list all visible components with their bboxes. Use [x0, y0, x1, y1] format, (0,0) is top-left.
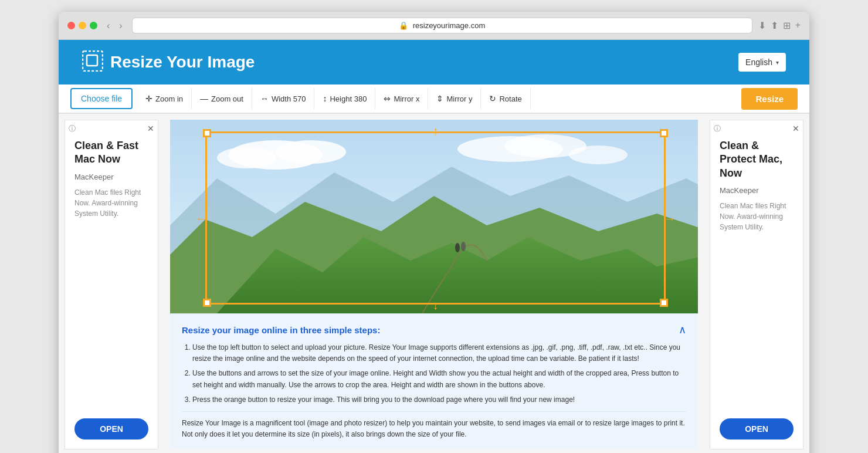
site-header: Resize Your Image English ▾ — [59, 40, 809, 84]
close-dot[interactable] — [67, 22, 75, 29]
image-container: ↑ ↓ ← → — [170, 120, 698, 313]
height-icon: ↕ — [323, 94, 327, 103]
crop-arrow-right[interactable]: → — [664, 212, 676, 224]
crop-handle-bl[interactable] — [203, 299, 211, 307]
right-ad-body: Clean Mac files Right Now. Award-winning… — [720, 201, 794, 232]
mirror-x-button[interactable]: ⇔ Mirror x — [375, 88, 428, 109]
crop-handle-br[interactable] — [660, 299, 668, 307]
toolbar: Choose file ✛ Zoom in — Zoom out ↔ Width… — [59, 84, 809, 114]
mirror-x-icon: ⇔ — [384, 94, 391, 103]
browser-titlebar: ‹ › 🔒 resizeyourimage.com ⬇ ⬆ ⊞ + — [59, 12, 809, 40]
site-title: Resize Your Image — [110, 53, 255, 72]
rotate-button[interactable]: ↻ Rotate — [481, 88, 530, 109]
info-title: Resize your image online in three simple… — [182, 323, 686, 336]
browser-nav: ‹ › — [103, 19, 126, 32]
svg-rect-1 — [87, 55, 97, 66]
lock-icon: 🔒 — [399, 21, 408, 30]
mirror-y-icon: ⇕ — [436, 94, 443, 103]
website: Resize Your Image English ▾ Choose file … — [59, 40, 809, 453]
resize-button[interactable]: Resize — [741, 88, 798, 110]
width-icon: ↔ — [260, 94, 269, 103]
info-section: Resize your image online in three simple… — [170, 313, 698, 449]
collapse-button[interactable]: ∧ — [679, 323, 686, 336]
language-selector[interactable]: English ▾ — [738, 53, 786, 72]
browser-actions: ⬇ ⬆ ⊞ + — [758, 20, 801, 31]
canvas-area: ↑ ↓ ← → Resize your image online in thre… — [164, 114, 704, 453]
zoom-in-icon: ✛ — [145, 94, 152, 103]
share-icon[interactable]: ⬆ — [771, 20, 778, 31]
language-label: English — [745, 58, 772, 67]
left-ad-panel: ⓘ ✕ Clean & Fast Mac Now MacKeeper Clean… — [65, 120, 158, 449]
tabs-icon[interactable]: ⊞ — [783, 20, 791, 31]
maximize-dot[interactable] — [90, 22, 97, 29]
back-button[interactable]: ‹ — [103, 19, 113, 32]
right-ad-headline: Clean & Protect Mac, Now — [720, 139, 794, 180]
window-controls — [67, 22, 97, 29]
svg-rect-0 — [83, 51, 103, 71]
info-step-1: Use the top left button to select and up… — [192, 342, 686, 364]
right-ad-open-button[interactable]: OPEN — [720, 418, 794, 440]
logo-area: Resize Your Image — [82, 50, 255, 74]
forward-button[interactable]: › — [116, 19, 126, 32]
zoom-out-icon: — — [200, 94, 208, 103]
main-content: ⓘ ✕ Clean & Fast Mac Now MacKeeper Clean… — [59, 114, 809, 453]
zoom-in-button[interactable]: ✛ Zoom in — [137, 88, 192, 109]
zoom-out-button[interactable]: — Zoom out — [192, 88, 252, 109]
right-ad-panel: ⓘ ✕ Clean & Protect Mac, Now MacKeeper C… — [710, 120, 803, 449]
ad-close-icon-right[interactable]: ✕ — [792, 124, 799, 133]
url-text: resizeyourimage.com — [413, 21, 486, 30]
crop-handle-tl[interactable] — [203, 129, 211, 137]
ad-close-icon-left[interactable]: ✕ — [147, 124, 154, 133]
footer-description: Resize Your Image is a magnificent tool … — [182, 411, 686, 440]
logo-icon — [82, 50, 103, 74]
height-button[interactable]: ↕ Height 380 — [314, 88, 375, 109]
new-tab-icon[interactable]: + — [795, 20, 801, 31]
info-steps-list: Use the top left button to select and up… — [182, 342, 686, 405]
crop-arrow-top[interactable]: ↑ — [433, 125, 439, 137]
crop-handle-tr[interactable] — [660, 129, 668, 137]
rotate-icon: ↻ — [489, 94, 496, 103]
left-ad-body: Clean Mac files Right Now. Award-winning… — [74, 187, 148, 219]
left-ad-open-button[interactable]: OPEN — [74, 418, 148, 440]
right-ad-brand: MacKeeper — [720, 186, 794, 195]
crop-arrow-left[interactable]: ← — [195, 212, 207, 224]
mirror-y-button[interactable]: ⇕ Mirror y — [428, 88, 481, 109]
download-icon[interactable]: ⬇ — [758, 20, 766, 31]
minimize-dot[interactable] — [79, 22, 86, 29]
browser-window: ‹ › 🔒 resizeyourimage.com ⬇ ⬆ ⊞ + — [59, 12, 809, 453]
chevron-down-icon: ▾ — [776, 59, 779, 66]
info-step-2: Use the buttons and arrows to set the si… — [192, 368, 686, 390]
info-step-3: Press the orange button to resize your i… — [192, 394, 686, 405]
ad-info-icon-right[interactable]: ⓘ — [714, 124, 721, 134]
ad-info-icon-left[interactable]: ⓘ — [69, 124, 76, 134]
choose-file-button[interactable]: Choose file — [70, 88, 133, 109]
crop-overlay[interactable]: ↑ ↓ ← → — [205, 131, 666, 305]
width-button[interactable]: ↔ Width 570 — [252, 88, 315, 109]
url-bar[interactable]: 🔒 resizeyourimage.com — [132, 18, 752, 33]
left-ad-brand: MacKeeper — [74, 173, 148, 181]
crop-arrow-bottom[interactable]: ↓ — [433, 299, 439, 311]
left-ad-headline: Clean & Fast Mac Now — [74, 139, 148, 167]
